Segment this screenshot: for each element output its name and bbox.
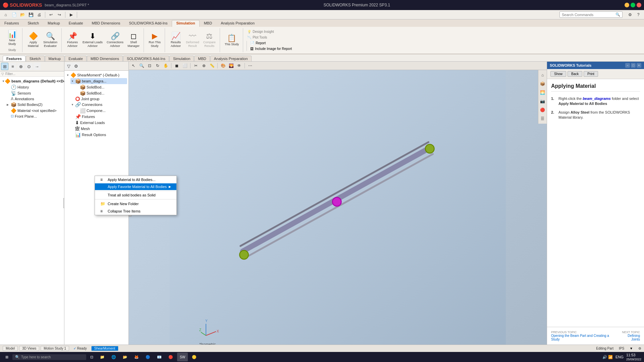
- ext-loads-item[interactable]: ⬇ External Loads: [70, 120, 127, 126]
- minimize-button[interactable]: [625, 3, 629, 7]
- sensors-item[interactable]: 📡 Sensors: [6, 90, 63, 96]
- vp-home-btn[interactable]: ⌂: [539, 71, 546, 79]
- study-tool-1[interactable]: ▽: [65, 62, 72, 70]
- taskbar-app-explorer[interactable]: 📁: [97, 353, 107, 361]
- this-study-button[interactable]: 📋 This Study: [223, 34, 240, 47]
- tree-root-item[interactable]: ▼ 🔶 beam_diagrams (Default) <<Default>: [1, 78, 63, 84]
- print-tutorial-button[interactable]: Print: [584, 71, 598, 77]
- ctx-collapse-tree[interactable]: ≡ Collapse Tree Items: [95, 207, 176, 215]
- component-item[interactable]: ⬜ Compone...: [75, 108, 127, 114]
- fixtures-item[interactable]: 📌 Fixtures: [70, 114, 127, 120]
- vp-wireframe[interactable]: ⬜: [181, 62, 188, 69]
- tab-simulation[interactable]: Simulation: [172, 20, 199, 27]
- vp-3d-btn[interactable]: 📦: [539, 80, 546, 87]
- next-nav-link[interactable]: Defining Joints: [618, 334, 640, 341]
- design-insight-btn[interactable]: 💡 Design Insight: [247, 29, 292, 34]
- connections-item[interactable]: ▼ 🔗 Connections: [70, 102, 127, 108]
- feature-tab-markup[interactable]: Markup: [45, 56, 65, 61]
- joint-group-item[interactable]: ⭕ Joint group: [70, 96, 127, 102]
- ctx-apply-favorite[interactable]: Apply Favorite Material to All Bodies ▶: [95, 183, 176, 190]
- feature-tab-analysis[interactable]: Analysis Preparation: [210, 56, 252, 61]
- taskbar-app-mail[interactable]: 📧: [154, 353, 164, 361]
- vp-list-btn[interactable]: ☰: [539, 115, 546, 122]
- search-input[interactable]: [562, 13, 615, 17]
- feature-tab-mbd-dim[interactable]: MBD Dimensions: [87, 56, 123, 61]
- new-doc-button[interactable]: 📄: [10, 11, 18, 18]
- tab-features[interactable]: Features: [0, 20, 23, 27]
- start-button[interactable]: ⊞: [3, 353, 11, 361]
- apply-material-button[interactable]: 🔶 ApplyMaterial: [26, 32, 41, 49]
- units-button[interactable]: ▼: [630, 347, 633, 350]
- vp-magnet[interactable]: ⊕: [201, 62, 207, 69]
- tab-analysis-prep[interactable]: Analysis Preparation: [216, 20, 259, 27]
- shear-moment-root[interactable]: ▼ 🔶 ShearMoment* (-Default-): [66, 72, 127, 78]
- vp-scene[interactable]: 🌄: [228, 62, 234, 69]
- prev-nav-link[interactable]: Opening the Beam Part and Creating a Stu…: [551, 334, 618, 341]
- show-button[interactable]: Show: [550, 71, 566, 77]
- feature-tab-addins[interactable]: SOLIDWORKS Add-Ins: [123, 56, 169, 61]
- mesh-item[interactable]: 🕸 Mesh: [70, 126, 127, 132]
- vp-more[interactable]: ⋯: [247, 62, 254, 69]
- close-button[interactable]: [637, 3, 641, 7]
- command-search[interactable]: 🔍: [559, 11, 623, 18]
- vp-pan[interactable]: ✋: [162, 62, 169, 69]
- vp-photo-btn[interactable]: 📷: [539, 98, 546, 105]
- tab-evaluate[interactable]: Evaluate: [64, 20, 88, 27]
- vp-color-btn[interactable]: 🔴: [539, 106, 546, 114]
- maximize-button[interactable]: [631, 3, 635, 7]
- solid-body-2-item[interactable]: 📦 SolidBod...: [75, 90, 127, 96]
- save-button[interactable]: 💾: [27, 11, 35, 18]
- tab-markup[interactable]: Markup: [43, 20, 64, 27]
- config-view-button[interactable]: ⊕: [17, 63, 24, 70]
- beam-diagrams-item[interactable]: ▼ 📦 beam_diagra...: [70, 78, 127, 84]
- vp-rotate[interactable]: ↻: [154, 62, 161, 69]
- feature-tab-evaluate[interactable]: Evaluate: [65, 56, 87, 61]
- expand-arrow[interactable]: →: [33, 63, 41, 70]
- tab-mbd[interactable]: MBD: [200, 20, 216, 27]
- vp-scene-btn[interactable]: 🌅: [539, 89, 546, 96]
- vp-select[interactable]: ↖: [130, 62, 137, 69]
- taskbar-search[interactable]: 🔍 Type here to search: [12, 354, 86, 360]
- study-tool-2[interactable]: ⚙: [72, 62, 80, 70]
- tutorials-close[interactable]: ×: [637, 63, 641, 68]
- tab-sketch[interactable]: Sketch: [23, 20, 43, 27]
- result-options-item[interactable]: 📊 Result Options: [70, 132, 127, 138]
- taskbar-app-misc[interactable]: 🟡: [189, 353, 199, 361]
- simulation-evaluator-button[interactable]: 🔍 SimulationEvaluator: [42, 32, 59, 49]
- home-button[interactable]: ⌂: [2, 11, 9, 18]
- feature-tab-sketch[interactable]: Sketch: [26, 56, 45, 61]
- redo-button[interactable]: ↪: [56, 11, 63, 18]
- run-button[interactable]: ▶: [67, 11, 75, 18]
- settings-button[interactable]: ⚙: [626, 11, 634, 18]
- task-view-button[interactable]: ⊡: [88, 353, 96, 361]
- ctx-apply-material[interactable]: ≡ Apply Material to All Bodies...: [95, 176, 176, 183]
- vp-display-hide[interactable]: 👁: [236, 62, 243, 69]
- plot-tools-btn[interactable]: 📉 Plot Tools: [247, 35, 292, 40]
- run-study-button[interactable]: ▶ Run ThisStudy: [147, 32, 162, 49]
- external-loads-button[interactable]: ⬇ External LoadsAdvisor: [81, 32, 104, 49]
- open-button[interactable]: 📂: [19, 11, 26, 18]
- vp-appearance[interactable]: 🎨: [220, 62, 226, 69]
- history-item[interactable]: 🕐 History: [6, 84, 63, 90]
- deformed-result-button[interactable]: 〰 DeformedResult: [184, 32, 201, 49]
- include-image-btn[interactable]: 🖼 Include Image for Report: [250, 47, 292, 51]
- annotations-item[interactable]: A Annotations: [6, 96, 63, 102]
- taskbar-app-chrome[interactable]: 🔵: [143, 353, 153, 361]
- report-btn[interactable]: 📄 Report: [250, 41, 292, 45]
- vp-shaded[interactable]: ◼: [173, 62, 180, 69]
- solid-bodies-item[interactable]: ▶ 📦 Solid Bodies(2): [6, 102, 63, 108]
- property-view-button[interactable]: ≡: [9, 63, 16, 70]
- tab-addins[interactable]: SOLIDWORKS Add-Ins: [125, 20, 172, 27]
- ctx-treat-solid[interactable]: Treat all solid bodies as Solid: [95, 192, 176, 198]
- taskbar-app-solidworks[interactable]: SW: [177, 353, 188, 361]
- front-plane-item[interactable]: ⊡ Front Plane...: [6, 114, 63, 119]
- taskbar-app-firefox[interactable]: 🦊: [131, 353, 142, 361]
- taskbar-app-sw[interactable]: 🔴: [166, 353, 176, 361]
- question-button[interactable]: ?: [635, 11, 642, 18]
- vp-measure[interactable]: 📏: [209, 62, 215, 69]
- undo-button[interactable]: ↩: [47, 11, 55, 18]
- feature-tab-simulation[interactable]: Simulation: [169, 56, 194, 61]
- tab-mbd-dimensions[interactable]: MBD Dimensions: [88, 20, 125, 27]
- back-button[interactable]: Back: [568, 71, 582, 77]
- tutorials-min[interactable]: −: [625, 63, 630, 68]
